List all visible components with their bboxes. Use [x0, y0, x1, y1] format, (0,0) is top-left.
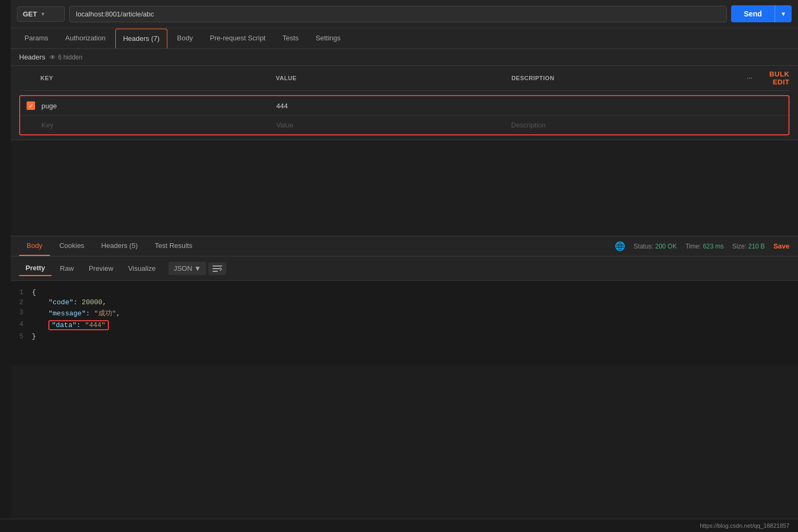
- send-button[interactable]: Send: [731, 5, 775, 22]
- line-num-3: 3: [11, 308, 32, 316]
- headers-label: Headers: [19, 53, 45, 61]
- response-tab-headers[interactable]: Headers (5): [94, 236, 146, 256]
- line-num-5: 5: [11, 332, 32, 340]
- time-stat: Time: 623 ms: [685, 243, 724, 250]
- code-line-1: 1 {: [11, 287, 798, 297]
- request-tabs-bar: Params Authorization Headers (7) Body Pr…: [11, 28, 798, 49]
- svg-rect-0: [213, 265, 222, 267]
- footer-bar: https://blog.csdn.net/qq_18821857: [0, 519, 798, 532]
- hidden-badge: 👁 6 hidden: [49, 54, 82, 61]
- more-options-icon[interactable]: ···: [747, 75, 753, 81]
- code-line-3: 3 "message": "成功",: [11, 307, 798, 319]
- status-value: 200 OK: [655, 243, 677, 250]
- wrap-icon: [213, 265, 222, 272]
- placeholder-description[interactable]: Description: [511, 121, 746, 129]
- col-description-header: DESCRIPTION: [512, 75, 747, 81]
- body-tab-raw[interactable]: Raw: [54, 261, 80, 276]
- code-content-5: }: [32, 332, 36, 340]
- response-tab-test-results[interactable]: Test Results: [147, 236, 200, 256]
- response-section: Body Cookies Headers (5) Test Results 🌐 …: [11, 236, 798, 366]
- checkbox-checked-icon[interactable]: ✓: [27, 101, 35, 110]
- size-value: 210 B: [748, 243, 765, 250]
- url-bar: GET ▼ Send ▼: [11, 0, 798, 28]
- headers-subsection: Headers 👁 6 hidden: [11, 49, 798, 66]
- method-text: GET: [23, 10, 37, 18]
- placeholder-key[interactable]: Key: [41, 121, 276, 129]
- col-value-header: VALUE: [276, 75, 511, 81]
- size-stat: Size: 210 B: [732, 243, 765, 250]
- response-code-area: 1 { 2 "code": 20000, 3 "message": "成功", …: [11, 281, 798, 366]
- hidden-count: 6 hidden: [58, 54, 82, 61]
- status-label: Status: 200 OK: [634, 243, 677, 250]
- send-btn-group: Send ▼: [731, 5, 792, 22]
- highlighted-rows-area: ✓ puge 444 Key Value Description: [19, 95, 789, 135]
- eye-icon: 👁: [49, 54, 56, 61]
- line-num-4: 4: [11, 320, 32, 328]
- code-content-4: "data": "444": [32, 320, 109, 330]
- tab-headers[interactable]: Headers (7): [115, 29, 168, 49]
- left-sidebar: [0, 0, 11, 532]
- body-tab-visualize[interactable]: Visualize: [122, 261, 162, 276]
- format-value: JSON: [174, 264, 192, 272]
- send-dropdown-button[interactable]: ▼: [775, 5, 792, 22]
- bulk-edit-button[interactable]: Bulk Edit: [757, 70, 789, 86]
- table-placeholder-row: Key Value Description: [20, 116, 788, 134]
- table-row: ✓ puge 444: [20, 96, 788, 116]
- body-tab-pretty[interactable]: Pretty: [19, 261, 52, 276]
- response-tabs-bar: Body Cookies Headers (5) Test Results 🌐 …: [11, 236, 798, 256]
- time-value: 623 ms: [703, 243, 724, 250]
- line-num-2: 2: [11, 298, 32, 306]
- code-content-2: "code": 20000,: [32, 298, 106, 306]
- tab-pre-request-script[interactable]: Pre-request Script: [202, 29, 273, 48]
- body-format-tabs: Pretty Raw Preview Visualize JSON ▼: [11, 256, 798, 281]
- format-select[interactable]: JSON ▼: [168, 262, 207, 275]
- wrap-button[interactable]: [208, 262, 226, 275]
- code-line-4: 4 "data": "444": [11, 319, 798, 331]
- row-key-cell[interactable]: puge: [41, 102, 276, 110]
- code-line-2: 2 "code": 20000,: [11, 297, 798, 307]
- line-num-1: 1: [11, 288, 32, 296]
- code-content-1: {: [32, 288, 36, 296]
- code-line-5: 5 }: [11, 331, 798, 341]
- table-header-row: KEY VALUE DESCRIPTION ··· Bulk Edit: [19, 66, 789, 91]
- row-value-cell[interactable]: 444: [276, 102, 511, 110]
- response-tab-body[interactable]: Body: [19, 236, 50, 256]
- tab-authorization[interactable]: Authorization: [58, 29, 113, 48]
- placeholder-value[interactable]: Value: [276, 121, 511, 129]
- svg-rect-2: [213, 271, 218, 272]
- body-tab-preview[interactable]: Preview: [82, 261, 120, 276]
- tab-body[interactable]: Body: [169, 29, 200, 48]
- method-chevron-icon: ▼: [40, 11, 46, 17]
- tab-tests[interactable]: Tests: [275, 29, 306, 48]
- code-content-3: "message": "成功",: [32, 308, 120, 318]
- save-button[interactable]: Save: [774, 242, 789, 250]
- url-input[interactable]: [69, 6, 727, 22]
- col-key-header: KEY: [40, 75, 276, 81]
- globe-icon: 🌐: [615, 241, 625, 251]
- response-tab-cookies[interactable]: Cookies: [52, 236, 92, 256]
- svg-rect-1: [213, 268, 220, 269]
- footer-link[interactable]: https://blog.csdn.net/qq_18821857: [700, 522, 789, 529]
- response-stats: 🌐 Status: 200 OK Time: 623 ms Size: 210 …: [615, 237, 789, 255]
- tab-settings[interactable]: Settings: [308, 29, 348, 48]
- tab-params[interactable]: Params: [17, 29, 56, 48]
- row-checkbox-cell[interactable]: ✓: [20, 101, 41, 110]
- method-select[interactable]: GET ▼: [17, 6, 65, 22]
- headers-table-container: KEY VALUE DESCRIPTION ··· Bulk Edit ✓ pu…: [11, 66, 798, 140]
- empty-area: [11, 140, 798, 236]
- format-chevron-icon: ▼: [194, 264, 201, 272]
